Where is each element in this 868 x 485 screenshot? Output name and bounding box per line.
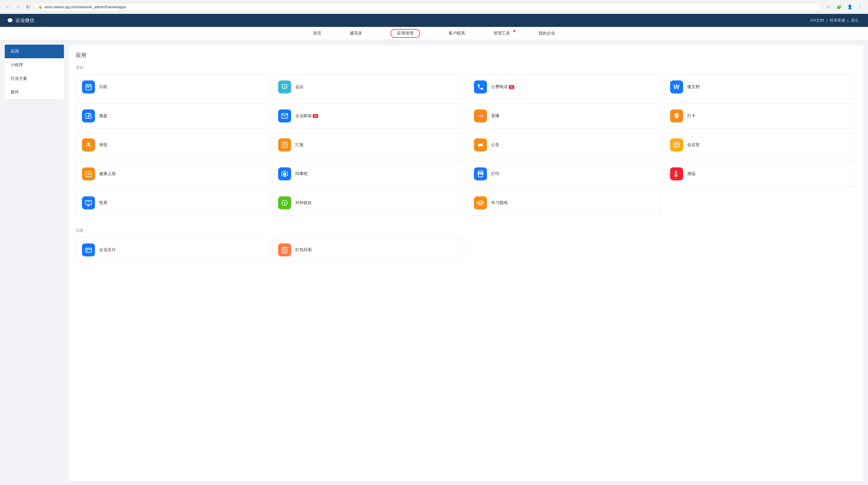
- svg-rect-28: [86, 248, 91, 252]
- app-name-checkin: 打卡: [687, 113, 695, 119]
- app-name-meetingroom: 会议室: [687, 142, 700, 148]
- back-button[interactable]: ←: [4, 3, 12, 11]
- section-divider: [76, 223, 856, 223]
- app-card-bizpay[interactable]: 企业支付: [76, 237, 268, 263]
- app-icon-payment: ¥: [278, 196, 291, 209]
- app-card-redpacket[interactable]: 红包封面: [272, 237, 464, 263]
- app-icon-doc: W: [670, 80, 683, 93]
- brand-name: 💬 企业微信: [7, 18, 34, 24]
- app-card-meeting[interactable]: 会议: [272, 74, 464, 100]
- app-card-meetingroom[interactable]: 会议室: [664, 132, 857, 158]
- app-card-payment[interactable]: ¥ 对外收款: [272, 190, 464, 216]
- profile-icon[interactable]: 👤: [845, 3, 854, 11]
- nav-apps-label: 应用管理: [391, 29, 420, 38]
- app-name-payment: 对外收款: [295, 200, 312, 205]
- app-name-disk: 微盘: [99, 113, 107, 119]
- svg-point-24: [675, 175, 677, 176]
- svg-text:¥: ¥: [283, 201, 286, 205]
- brand-icon: 💬: [7, 18, 13, 23]
- lock-icon: 🔒: [38, 5, 42, 9]
- app-card-health[interactable]: 健康上报: [76, 161, 268, 187]
- app-name-schedule: 日程: [99, 84, 107, 90]
- app-icon-redpacket: [278, 244, 291, 256]
- app-card-live[interactable]: LIVE 直播: [468, 103, 660, 129]
- app-card-schedule[interactable]: 日程: [76, 74, 268, 100]
- app-name-bizpay: 企业支付: [99, 247, 116, 253]
- app-icon-report: [278, 138, 291, 152]
- sidebar-item-hardware[interactable]: 硬件: [5, 86, 64, 99]
- app-icon-phone: [474, 80, 487, 93]
- app-name-study: 学习园地: [491, 200, 508, 205]
- api-docs-link[interactable]: API文档: [808, 18, 826, 23]
- app-card-approval[interactable]: 审批: [76, 132, 268, 158]
- app-icon-approval: [82, 138, 95, 152]
- app-icon-schedule: [82, 80, 95, 93]
- app-card-disk[interactable]: 微盘: [76, 103, 268, 129]
- app-name-screen: 投屏: [99, 200, 107, 205]
- nav-tools[interactable]: 管理工具: [479, 27, 524, 40]
- url-text: work.weixin.qq.com/wework_admin/frame#ap…: [44, 5, 126, 9]
- brand-actions: API文档 | 联系客服 | 退出: [808, 18, 861, 23]
- app-name-health: 健康上报: [99, 171, 116, 176]
- app-card-announcement[interactable]: 公告: [468, 132, 660, 158]
- nav-apps[interactable]: 应用管理: [376, 27, 434, 40]
- app-name-print: 打印: [491, 171, 499, 176]
- app-icon-bizpay: [82, 244, 95, 256]
- custom-section-label: 自建: [76, 228, 856, 233]
- sidebar-item-miniapps[interactable]: 小程序: [5, 58, 64, 72]
- app-icon-colleague: [278, 167, 291, 181]
- bookmark-icon[interactable]: ☆: [824, 3, 833, 11]
- nav-buttons: ← → ↻: [4, 3, 32, 11]
- sidebar-item-industry[interactable]: 行业方案: [5, 72, 64, 86]
- svg-point-6: [284, 86, 285, 87]
- main-content: 应用 基础 日程 会议 公费电话 免: [69, 45, 863, 481]
- menu-icon[interactable]: ⋮: [856, 3, 864, 11]
- nav-customer[interactable]: 客户联系: [434, 27, 479, 40]
- phone-badge: 免: [509, 85, 514, 89]
- refresh-button[interactable]: ↻: [24, 3, 32, 11]
- app-card-checkin[interactable]: 打卡: [664, 103, 857, 129]
- app-icon-meeting: [278, 80, 291, 93]
- app-name-temperature: 测温: [687, 171, 695, 176]
- logout-link[interactable]: 退出: [848, 18, 861, 23]
- svg-rect-22: [478, 174, 483, 177]
- svg-rect-4: [87, 87, 88, 88]
- nav-enterprise[interactable]: 我的企业: [524, 27, 569, 40]
- app-card-doc[interactable]: W 微文档: [664, 74, 857, 100]
- contact-service-link[interactable]: 联系客服: [828, 18, 847, 23]
- app-name-live: 直播: [491, 113, 499, 119]
- doc-icon-letter: W: [673, 83, 680, 91]
- main-nav: 首页 通讯录 应用管理 客户联系 管理工具 我的企业: [0, 27, 868, 40]
- sidebar-item-apps[interactable]: 应用: [5, 45, 64, 58]
- page-layout: 应用 小程序 行业方案 硬件 应用 基础 日程: [0, 40, 868, 485]
- app-card-email[interactable]: 企业邮箱 免: [272, 103, 464, 129]
- page-title: 应用: [76, 52, 856, 59]
- custom-apps-grid: 企业支付 红包封面: [76, 237, 856, 263]
- nav-contacts[interactable]: 通讯录: [336, 27, 376, 40]
- app-icon-checkin: [670, 109, 683, 123]
- app-card-study[interactable]: 学习园地: [468, 190, 660, 216]
- app-card-report[interactable]: 汇报: [272, 132, 464, 158]
- browser-chrome: ← → ↻ 🔒 work.weixin.qq.com/wework_admin/…: [0, 0, 868, 14]
- extension-icon[interactable]: 🧩: [835, 3, 843, 11]
- forward-button[interactable]: →: [13, 3, 22, 11]
- tools-badge: [513, 30, 515, 32]
- live-text: LIVE: [476, 114, 485, 118]
- app-icon-email: [278, 109, 291, 123]
- email-badge: 免: [313, 114, 318, 118]
- app-card-print[interactable]: 打印: [468, 161, 660, 187]
- app-icon-live: LIVE: [474, 109, 487, 123]
- app-card-temperature[interactable]: 测温: [664, 161, 857, 187]
- svg-point-8: [87, 142, 90, 145]
- app-name-phone: 公费电话 免: [491, 84, 514, 90]
- app-card-colleague[interactable]: 同事吧: [272, 161, 464, 187]
- app-card-phone[interactable]: 公费电话 免: [468, 74, 660, 100]
- app-name-announcement: 公告: [491, 142, 499, 148]
- app-name-report: 汇报: [295, 142, 304, 148]
- nav-home[interactable]: 首页: [299, 27, 336, 40]
- app-card-screen[interactable]: 投屏: [76, 190, 268, 216]
- app-name-redpacket: 红包封面: [295, 247, 312, 253]
- address-bar[interactable]: 🔒 work.weixin.qq.com/wework_admin/frame#…: [34, 2, 822, 11]
- svg-marker-20: [283, 172, 286, 176]
- svg-point-30: [284, 249, 285, 251]
